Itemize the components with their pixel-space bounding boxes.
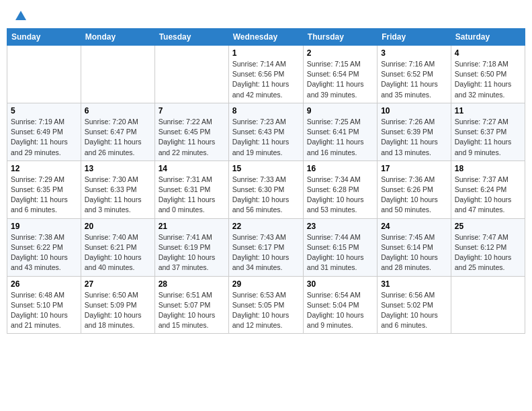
svg-marker-0 (15, 11, 26, 20)
calendar-cell: 28Sunrise: 6:51 AMSunset: 5:07 PMDayligh… (154, 276, 228, 334)
day-info: Sunrise: 7:47 AMSunset: 6:12 PMDaylight:… (455, 232, 521, 273)
calendar-body: 1Sunrise: 7:14 AMSunset: 6:56 PMDaylight… (7, 46, 525, 334)
calendar-week-5: 26Sunrise: 6:48 AMSunset: 5:10 PMDayligh… (7, 276, 525, 334)
day-info: Sunrise: 7:27 AMSunset: 6:37 PMDaylight:… (455, 117, 521, 158)
day-number: 6 (85, 106, 151, 116)
calendar-cell: 13Sunrise: 7:30 AMSunset: 6:33 PMDayligh… (81, 161, 154, 218)
logo (13, 12, 26, 24)
calendar-cell: 16Sunrise: 7:34 AMSunset: 6:28 PMDayligh… (303, 161, 377, 218)
day-info: Sunrise: 7:41 AMSunset: 6:19 PMDaylight:… (159, 232, 225, 273)
calendar-cell: 30Sunrise: 6:54 AMSunset: 5:04 PMDayligh… (303, 276, 377, 334)
weekday-header-wednesday: Wednesday (228, 29, 303, 46)
calendar-cell (81, 46, 154, 103)
day-info: Sunrise: 7:34 AMSunset: 6:28 PMDaylight:… (307, 175, 373, 216)
day-info: Sunrise: 7:26 AMSunset: 6:39 PMDaylight:… (381, 117, 447, 158)
day-number: 2 (307, 48, 373, 58)
calendar-cell: 27Sunrise: 6:50 AMSunset: 5:09 PMDayligh… (81, 276, 154, 334)
day-number: 17 (381, 164, 447, 173)
day-info: Sunrise: 6:48 AMSunset: 5:10 PMDaylight:… (11, 290, 77, 331)
day-number: 23 (307, 222, 373, 231)
day-info: Sunrise: 7:38 AMSunset: 6:22 PMDaylight:… (11, 232, 77, 273)
page-header (7, 7, 525, 28)
day-info: Sunrise: 6:56 AMSunset: 5:02 PMDaylight:… (381, 290, 447, 331)
calendar-cell: 29Sunrise: 6:53 AMSunset: 5:05 PMDayligh… (228, 276, 303, 334)
calendar-cell: 25Sunrise: 7:47 AMSunset: 6:12 PMDayligh… (451, 218, 525, 276)
calendar-header-row: SundayMondayTuesdayWednesdayThursdayFrid… (7, 29, 525, 46)
day-info: Sunrise: 7:40 AMSunset: 6:21 PMDaylight:… (85, 232, 151, 273)
day-info: Sunrise: 7:20 AMSunset: 6:47 PMDaylight:… (85, 117, 151, 158)
calendar-cell: 9Sunrise: 7:25 AMSunset: 6:41 PMDaylight… (303, 103, 377, 161)
day-info: Sunrise: 7:25 AMSunset: 6:41 PMDaylight:… (307, 117, 373, 158)
calendar-cell: 10Sunrise: 7:26 AMSunset: 6:39 PMDayligh… (378, 103, 451, 161)
day-info: Sunrise: 6:54 AMSunset: 5:04 PMDaylight:… (307, 290, 373, 331)
weekday-header-sunday: Sunday (7, 29, 81, 46)
weekday-header-tuesday: Tuesday (154, 29, 228, 46)
day-info: Sunrise: 7:37 AMSunset: 6:24 PMDaylight:… (455, 175, 521, 216)
weekday-header-thursday: Thursday (303, 29, 377, 46)
calendar-week-1: 1Sunrise: 7:14 AMSunset: 6:56 PMDaylight… (7, 46, 525, 103)
calendar-cell: 20Sunrise: 7:40 AMSunset: 6:21 PMDayligh… (81, 218, 154, 276)
calendar-cell: 4Sunrise: 7:18 AMSunset: 6:50 PMDaylight… (451, 46, 525, 103)
day-number: 18 (455, 164, 521, 173)
day-info: Sunrise: 7:43 AMSunset: 6:17 PMDaylight:… (232, 232, 300, 273)
calendar-cell: 24Sunrise: 7:45 AMSunset: 6:14 PMDayligh… (378, 218, 451, 276)
day-info: Sunrise: 7:31 AMSunset: 6:31 PMDaylight:… (159, 175, 225, 216)
calendar-cell: 7Sunrise: 7:22 AMSunset: 6:45 PMDaylight… (154, 103, 228, 161)
day-number: 28 (159, 279, 225, 289)
calendar-cell: 19Sunrise: 7:38 AMSunset: 6:22 PMDayligh… (7, 218, 81, 276)
calendar-week-3: 12Sunrise: 7:29 AMSunset: 6:35 PMDayligh… (7, 161, 525, 218)
day-number: 11 (455, 106, 521, 116)
day-number: 3 (381, 48, 447, 58)
day-number: 14 (159, 164, 225, 173)
day-number: 9 (307, 106, 373, 116)
day-info: Sunrise: 7:16 AMSunset: 6:52 PMDaylight:… (381, 59, 447, 100)
weekday-header-friday: Friday (378, 29, 451, 46)
day-info: Sunrise: 7:36 AMSunset: 6:26 PMDaylight:… (381, 175, 447, 216)
day-info: Sunrise: 7:33 AMSunset: 6:30 PMDaylight:… (232, 175, 300, 216)
day-info: Sunrise: 6:51 AMSunset: 5:07 PMDaylight:… (159, 290, 225, 331)
day-info: Sunrise: 7:19 AMSunset: 6:49 PMDaylight:… (11, 117, 77, 158)
calendar-cell: 22Sunrise: 7:43 AMSunset: 6:17 PMDayligh… (228, 218, 303, 276)
day-number: 29 (232, 279, 300, 289)
day-number: 26 (11, 279, 77, 289)
day-number: 16 (307, 164, 373, 173)
day-info: Sunrise: 6:53 AMSunset: 5:05 PMDaylight:… (232, 290, 300, 331)
day-info: Sunrise: 7:14 AMSunset: 6:56 PMDaylight:… (232, 59, 300, 100)
calendar-cell: 3Sunrise: 7:16 AMSunset: 6:52 PMDaylight… (378, 46, 451, 103)
calendar-cell: 8Sunrise: 7:23 AMSunset: 6:43 PMDaylight… (228, 103, 303, 161)
calendar-cell: 18Sunrise: 7:37 AMSunset: 6:24 PMDayligh… (451, 161, 525, 218)
calendar-cell: 17Sunrise: 7:36 AMSunset: 6:26 PMDayligh… (378, 161, 451, 218)
day-number: 7 (159, 106, 225, 116)
calendar-cell (7, 46, 81, 103)
day-number: 27 (85, 279, 151, 289)
calendar-cell: 12Sunrise: 7:29 AMSunset: 6:35 PMDayligh… (7, 161, 81, 218)
calendar-cell: 5Sunrise: 7:19 AMSunset: 6:49 PMDaylight… (7, 103, 81, 161)
day-number: 30 (307, 279, 373, 289)
weekday-header-saturday: Saturday (451, 29, 525, 46)
day-info: Sunrise: 7:29 AMSunset: 6:35 PMDaylight:… (11, 175, 77, 216)
day-number: 22 (232, 222, 300, 231)
day-info: Sunrise: 7:22 AMSunset: 6:45 PMDaylight:… (159, 117, 225, 158)
day-number: 4 (455, 48, 521, 58)
day-number: 24 (381, 222, 447, 231)
logo-icon (15, 11, 26, 20)
calendar-cell: 1Sunrise: 7:14 AMSunset: 6:56 PMDaylight… (228, 46, 303, 103)
day-info: Sunrise: 6:50 AMSunset: 5:09 PMDaylight:… (85, 290, 151, 331)
day-info: Sunrise: 7:18 AMSunset: 6:50 PMDaylight:… (455, 59, 521, 100)
calendar-cell: 21Sunrise: 7:41 AMSunset: 6:19 PMDayligh… (154, 218, 228, 276)
day-number: 5 (11, 106, 77, 116)
day-number: 31 (381, 279, 447, 289)
day-number: 12 (11, 164, 77, 173)
calendar-week-4: 19Sunrise: 7:38 AMSunset: 6:22 PMDayligh… (7, 218, 525, 276)
day-number: 1 (232, 48, 300, 58)
day-info: Sunrise: 7:30 AMSunset: 6:33 PMDaylight:… (85, 175, 151, 216)
calendar-cell: 6Sunrise: 7:20 AMSunset: 6:47 PMDaylight… (81, 103, 154, 161)
calendar-cell: 26Sunrise: 6:48 AMSunset: 5:10 PMDayligh… (7, 276, 81, 334)
day-info: Sunrise: 7:45 AMSunset: 6:14 PMDaylight:… (381, 232, 447, 273)
day-info: Sunrise: 7:44 AMSunset: 6:15 PMDaylight:… (307, 232, 373, 273)
day-number: 10 (381, 106, 447, 116)
calendar-table: SundayMondayTuesdayWednesdayThursdayFrid… (7, 28, 525, 334)
weekday-header-monday: Monday (81, 29, 154, 46)
calendar-cell: 23Sunrise: 7:44 AMSunset: 6:15 PMDayligh… (303, 218, 377, 276)
calendar-cell: 11Sunrise: 7:27 AMSunset: 6:37 PMDayligh… (451, 103, 525, 161)
